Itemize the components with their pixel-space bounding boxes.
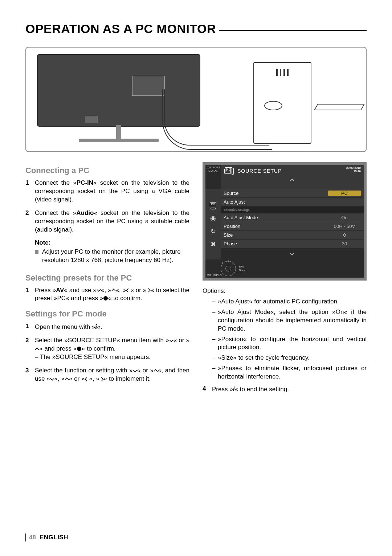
connecting-step-1: 1 Connect the »PC-IN« socket on the tele…: [25, 179, 189, 204]
cd-drive-icon: [264, 101, 282, 110]
ok-icon: [103, 296, 108, 301]
osd-settings-table: SourcePC Auto Ajust Extended settings Au…: [221, 189, 364, 259]
osd-row-source: SourcePC: [221, 189, 364, 198]
note-body: Adjust your PC to the monitor (for examp…: [35, 248, 189, 265]
osd-row-size: Size0: [221, 231, 364, 240]
pc-tower-illustration: [253, 62, 311, 144]
osd-row-position: Position50H - 50V: [221, 222, 364, 231]
presets-step-1: 1 Press »AV« and use »«, »«, »« or »« to…: [25, 286, 189, 303]
settings-step-2: 2 Select the »SOURCE SETUP« menu item wi…: [25, 336, 189, 361]
osd-category-icons: PC ◉ ↻ ✖: [205, 189, 221, 259]
page-title: OPERATION AS A PC MONITOR: [25, 22, 367, 36]
settings-step-1: 1 Open the menu with »i«.: [25, 322, 189, 331]
right-column: COMFORT GUIDE PC SOURCE SETUP 20.09.2010…: [203, 162, 367, 399]
left-icon: [85, 377, 89, 381]
ok-icon: [77, 347, 81, 351]
right-icon: [99, 377, 103, 381]
heading-connecting: Connecting a PC: [25, 166, 189, 175]
page-title-text: OPERATION AS A PC MONITOR: [25, 22, 216, 36]
osd-timestamp: 20.09.201015:46: [346, 167, 361, 173]
scroll-up-icon: [290, 179, 294, 183]
tv-connector-panel: [132, 76, 165, 96]
heading-presets: Selecting presets for the PC: [25, 273, 189, 283]
osd-title: SOURCE SETUP: [237, 168, 361, 174]
right-icon: [147, 288, 151, 292]
osd-row-auto-ajust: Auto Ajust: [221, 198, 364, 207]
heading-settings: Settings for PC mode: [25, 309, 189, 319]
left-column: Connecting a PC 1 Connect the »PC-IN« so…: [25, 162, 189, 399]
connection-diagram: [25, 47, 367, 152]
nav-pad-icon: 1 2: [221, 261, 236, 276]
note-label: Note:: [35, 239, 189, 246]
up-icon: [111, 289, 115, 293]
tools-icon: ✖: [209, 240, 217, 249]
down-icon: [169, 338, 173, 342]
osd-extended-header: Extended settings: [221, 207, 364, 213]
down-icon: [97, 287, 101, 291]
osd-nav-hints: 1 2 ExitBack GRUNDIG: [205, 259, 364, 278]
eye-icon: ◉: [209, 214, 217, 222]
settings-step-3: 3 Select the function or setting with »«…: [25, 367, 189, 383]
up-icon: [154, 369, 158, 373]
comfort-guide-label: COMFORT GUIDE: [205, 165, 221, 189]
up-icon: [35, 347, 39, 351]
brand-label: GRUNDIG: [207, 274, 222, 277]
pc-icon: PC: [209, 201, 217, 209]
bullet-icon: [35, 250, 38, 254]
tv-warning-label: [85, 116, 98, 123]
up-icon: [65, 377, 69, 381]
osd-screenshot: COMFORT GUIDE PC SOURCE SETUP 20.09.2010…: [203, 162, 367, 281]
osd-row-auto-ajust-mode: Auto Ajust ModeOn: [221, 213, 364, 222]
down-icon: [133, 368, 137, 372]
keyboard-illustration: [314, 104, 365, 110]
left-icon: [126, 288, 130, 292]
refresh-icon: ↻: [209, 227, 217, 236]
pc-source-icon: PC: [224, 167, 234, 175]
osd-row-phase: Phase30: [221, 240, 364, 248]
options-list: Options: –»Auto Ajust« for automatic PC …: [203, 287, 367, 381]
settings-step-4: 4 Press »i« to end the setting.: [203, 385, 367, 394]
down-icon: [50, 376, 54, 380]
connecting-step-2: 2 Connect the »Audio« socket on the tele…: [25, 209, 189, 234]
title-rule: [219, 30, 367, 31]
page-language: ENGLISH: [40, 534, 68, 541]
page-footer: 48 ENGLISH: [25, 533, 68, 541]
page-number: 48: [29, 534, 36, 541]
options-label: Options:: [203, 287, 367, 295]
scroll-down-icon: [290, 251, 294, 255]
